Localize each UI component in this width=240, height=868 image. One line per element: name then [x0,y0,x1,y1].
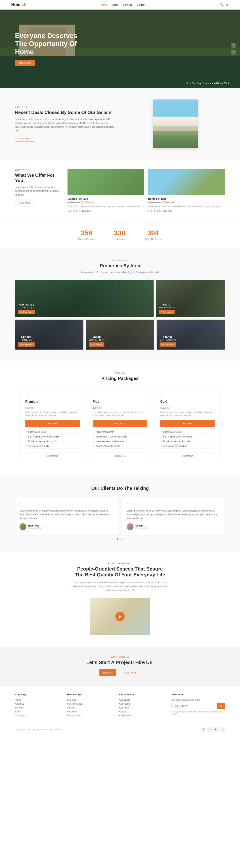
logo[interactable]: Homish [11,2,26,7]
beds-icon-1: 🛏 3 [67,210,71,212]
offer-read-more-button[interactable]: Read More [15,200,34,206]
about-text: ABOUT US Recent Deals Closed By Some Of … [15,106,114,142]
facebook-icon[interactable]: f [201,727,206,732]
hero-arrow-up[interactable]: ⇧ [231,42,236,48]
testimonials-section: Our Clients Do The Talking “ Lorem ipsum… [0,474,240,551]
property-card-new-jersey[interactable]: New Jersey Fantasy City 10 Properties [15,280,154,317]
property-btn-new-jersey[interactable]: 10 Properties [18,310,35,314]
newsletter-email-input[interactable] [171,703,217,709]
about-read-more-button[interactable]: Read More [15,136,34,142]
property-btn-france[interactable]: 12 Properties [159,342,176,347]
pricing-contact-plus[interactable]: Contact Us [93,452,147,457]
properties-section: PROPERTIES Properties By Area Lorem ipsu… [0,248,240,361]
quote-icon-1: “ [20,501,113,507]
video-container [90,598,150,635]
linkedin-icon[interactable]: li [220,727,225,732]
nav-about[interactable]: About [112,3,118,6]
footer-services-title: Our Services [119,693,164,696]
pricing-desc-premium: Lorem ipsum dolor sit amet, consectetur … [25,411,80,417]
pricing-icon-plus: ♡ [93,393,147,398]
property-card-paris[interactable]: Paris Best Place to live 5 Properties [156,280,225,317]
footer-useful-5[interactable]: Our Products [67,714,112,717]
logo-part1: Hom [11,2,21,7]
bath-icon-2: 🚿 2 [153,210,158,212]
stat-label-1: Custom Products [78,238,95,241]
nav-contact[interactable]: Contact [137,3,145,6]
bath-icon-1: 🚿 2 [73,210,77,212]
property-btn-london[interactable]: 10 Properties [18,342,35,347]
pricing-price-gold: $150/mo [160,404,215,410]
nav-home[interactable]: Home [101,3,108,6]
offer-card-price-1: $ 200/month $ 180/month [67,201,144,204]
instagram-icon[interactable]: in [214,727,219,732]
testimonial-text-2: Lorem ipsum dolor sit amet consectetur a… [127,509,220,520]
pricing-card-gold: ♡ Gold $150/mo Lorem ipsum dolor sit ame… [156,387,219,463]
hero-slide-text: The Only Realtor You Will Ever Want [192,82,229,85]
cart-icon[interactable]: ☺ [226,3,229,6]
footer-useful-3[interactable]: Varshini [67,707,112,709]
pricing-feature-g1: Etiam mollis lorem [160,430,215,434]
get-in-touch-button[interactable]: Get In Touch [118,669,141,676]
dot-1[interactable] [117,538,118,540]
footer-useful-4[interactable]: Feedback [67,710,112,713]
property-card-japan[interactable]: Japan Best Place to live 8 Properties [86,319,154,349]
property-info-new-jersey: New Jersey Fantasy City 10 Properties [18,303,35,314]
property-btn-paris[interactable]: 5 Properties [159,310,174,314]
pricing-buy-plus[interactable]: Buy Now [93,420,147,427]
footer-link-blogs[interactable]: Blogs [15,710,60,713]
footer-useful-links: Useful Links Our Blog Our Resources Vars… [67,693,112,718]
pricing-buy-premium[interactable]: Buy Now [25,420,80,427]
property-card-london[interactable]: London Fantasy City 10 Properties [15,319,84,349]
hero-read-more-button[interactable]: Read More [15,60,35,66]
property-name-france: France [159,335,176,338]
hire-label: WORK WITH US [15,656,225,658]
pricing-buy-gold[interactable]: Buy Now [160,420,215,427]
pricing-icon-premium: ♡ [25,393,80,398]
pricing-contact-premium[interactable]: Contact Us [25,452,80,457]
pricing-feature-pl4: Aenean at felis hendrerit [93,444,147,448]
footer-useful-1[interactable]: Our Blog [67,699,112,701]
footer-link-home[interactable]: Home [15,699,60,701]
pricing-contact-gold[interactable]: Contact Us [160,452,215,457]
pricing-desc-gold: Lorem ipsum dolor sit amet, consectetur … [160,411,215,417]
newsletter-submit-button[interactable]: Go [217,703,225,709]
footer-newsletter-tagline: Get latest updates and offers [171,699,225,701]
footer-service-4[interactable]: Upload [119,710,164,713]
footer-useful-2[interactable]: Our Resources [67,703,112,705]
footer-top: Company Home About Us Services Blogs Con… [15,693,225,718]
pricing-name-premium: Premium [25,400,80,403]
hire-us-button[interactable]: Hire Us [99,669,116,676]
hero-arrow-down[interactable]: ⇩ [231,50,236,55]
pricing-feature-pl3: Morbi sed sem ut nibh mollis [93,439,147,444]
property-sub-new-jersey: Fantasy City [18,306,35,309]
footer: Company Home About Us Services Blogs Con… [0,685,240,736]
property-btn-japan[interactable]: 8 Properties [89,342,104,347]
offer-card-2: Home For Sale $ 290/month $ 250/month Nu… [148,169,225,212]
offer-card-title-2: Home For Sale [148,197,225,200]
footer-service-2[interactable]: Our Teams [119,703,164,705]
about-title: Recent Deals Closed By Some Of Our Selle… [15,110,114,115]
footer-service-1[interactable]: Our Studio [119,699,164,701]
hero-content: Everyone Deserves The Opportunity Of Hom… [0,32,105,66]
testimonial-card-1: “ Lorem ipsum dolor sit amet consectetur… [15,497,118,534]
footer-service-5[interactable]: Our Search [119,714,164,717]
play-button[interactable] [115,612,125,621]
testimonial-author-1: Rohit Paul Company Role [20,523,113,530]
pricing-label: PRICING [15,372,225,374]
pricing-title: Pricing Packages [15,376,225,381]
footer-link-services[interactable]: Services [15,707,60,709]
pricing-cards: ♡ Premium $50/mo Lorem ipsum dolor sit a… [15,387,225,463]
property-card-france[interactable]: France Best Place to live 12 Properties [156,319,225,349]
newsletter-note: Sign up for our brand news & articles. W… [171,711,225,715]
about-section: ABOUT US Recent Deals Closed By Some Of … [0,88,240,159]
property-sub-japan: Best Place to live [89,339,104,341]
search-icon[interactable]: 🔍 [220,3,223,6]
dot-2[interactable] [119,538,121,540]
nav-services[interactable]: Services [123,3,132,6]
footer-service-3[interactable]: Our Work [119,707,164,709]
dot-3[interactable] [122,538,123,540]
footer-link-about[interactable]: About Us [15,703,60,705]
twitter-icon[interactable]: t [207,727,212,732]
footer-link-contact[interactable]: Contact Us [15,714,60,717]
offer-card-image-2 [148,169,225,195]
